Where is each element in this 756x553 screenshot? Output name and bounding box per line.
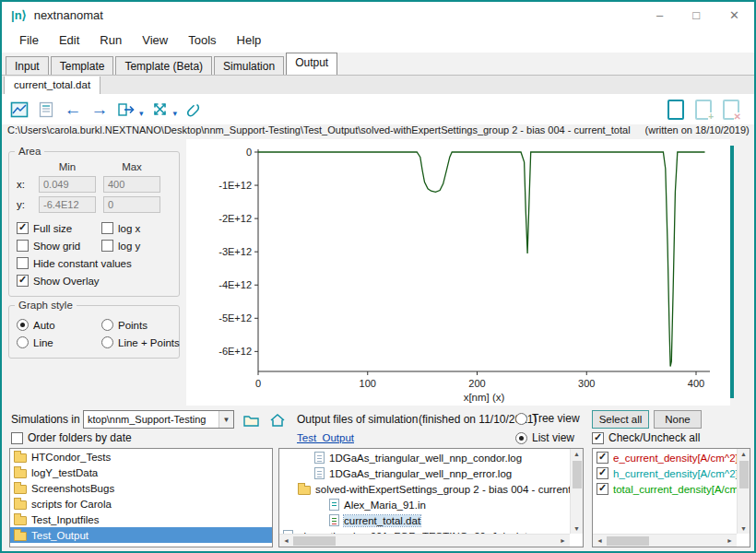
simulations-folder-select[interactable]: ktop\nnm_Support-Testing ▼ <box>83 410 234 429</box>
folder-item[interactable]: HTCondor_Tests <box>10 449 272 465</box>
vertical-scrollbar[interactable]: ▲▼ <box>737 449 750 534</box>
close-button[interactable]: ✕ <box>729 8 739 22</box>
log-x-checkbox[interactable] <box>101 222 113 234</box>
chart-canvas[interactable]: 0-1E+12-2E+12-3E+12-4E+12-5E+12-6E+12010… <box>186 139 730 406</box>
scroll-right-button[interactable]: ► <box>725 535 735 546</box>
show-overlay-checkbox[interactable] <box>17 275 29 287</box>
tree-item-input-file[interactable]: Alex_Maria_91.in <box>279 497 570 512</box>
tab-output[interactable]: Output <box>286 53 337 75</box>
vertical-scrollbar[interactable]: ▲▼ <box>570 449 583 534</box>
scroll-left-button[interactable]: ◄ <box>595 535 605 546</box>
forward-button[interactable]: → <box>88 98 112 122</box>
log-x-label: log x <box>118 223 140 234</box>
folder-item[interactable]: scripts for Carola <box>10 496 272 512</box>
none-button[interactable]: None <box>654 410 702 429</box>
show-grid-checkbox[interactable] <box>17 240 29 252</box>
horizontal-scrollbar[interactable]: ◄► <box>593 534 737 547</box>
splitter-handle[interactable] <box>730 146 734 398</box>
menu-help[interactable]: Help <box>227 29 272 51</box>
x-min-input[interactable] <box>39 176 96 193</box>
new-page-icon <box>667 100 684 120</box>
folder-item[interactable]: Test_Inputfiles <box>10 512 272 527</box>
points-radio[interactable] <box>101 319 113 331</box>
series-checkbox[interactable] <box>597 452 608 464</box>
folder-icon <box>14 469 27 478</box>
minimize-button[interactable]: – <box>656 8 663 22</box>
menu-edit[interactable]: Edit <box>49 29 89 51</box>
line-radio[interactable] <box>17 336 29 348</box>
browse-folder-button[interactable] <box>240 408 264 432</box>
folder-item[interactable]: ScreenshotsBugs <box>10 480 272 496</box>
scroll-down-button[interactable]: ▼ <box>572 524 582 534</box>
back-arrow-icon: ← <box>65 100 82 118</box>
folder-item[interactable]: logY_testData <box>10 465 272 480</box>
tab-simulation[interactable]: Simulation <box>214 56 284 75</box>
full-size-checkbox[interactable] <box>17 222 29 234</box>
svg-text:300: 300 <box>578 378 595 389</box>
tree-item-log[interactable]: 1DGaAs_triangular_well_nnp_condor.log <box>279 450 570 465</box>
hide-constant-values-label: Hide constant values <box>33 258 132 269</box>
series-item-total-current[interactable]: total_current_density[A/cm^2] <box>593 481 737 497</box>
hide-constant-values-checkbox[interactable] <box>17 257 29 269</box>
scroll-left-button[interactable]: ◄ <box>281 535 291 546</box>
series-item-e-current[interactable]: e_current_density[A/cm^2] <box>593 450 737 465</box>
back-button[interactable]: ← <box>61 98 85 122</box>
duplicate-view-button[interactable] <box>664 98 688 122</box>
scroll-thumb[interactable] <box>293 536 336 546</box>
line-points-radio[interactable] <box>101 336 113 348</box>
scroll-thumb[interactable] <box>573 461 582 488</box>
y-max-input[interactable] <box>103 196 160 213</box>
tree-view-radio[interactable] <box>515 413 527 425</box>
scroll-thumb[interactable] <box>607 536 649 546</box>
auto-radio[interactable] <box>17 319 29 331</box>
tree-item-selected-dat[interactable]: current_total.dat <box>279 512 570 528</box>
scroll-up-button[interactable]: ▲ <box>572 449 582 459</box>
fit-to-window-button[interactable] <box>148 98 172 122</box>
menu-run[interactable]: Run <box>89 29 132 51</box>
scroll-right-button[interactable]: ► <box>558 535 568 546</box>
document-tab-current-total[interactable]: current_total.dat <box>4 76 100 95</box>
text-view-button[interactable] <box>34 98 58 122</box>
export-dropdown-caret[interactable]: ▾ <box>139 109 144 118</box>
home-button[interactable] <box>266 408 289 432</box>
list-view-radio[interactable] <box>515 432 527 444</box>
home-icon <box>269 413 286 428</box>
graph-style-title: Graph style <box>15 300 77 311</box>
export-button[interactable] <box>114 98 138 122</box>
tree-item-folder[interactable]: solved-withExpertSettings_group 2 - bias… <box>279 481 570 497</box>
check-uncheck-all-checkbox[interactable] <box>592 432 604 444</box>
tab-input[interactable]: Input <box>6 56 49 75</box>
series-item-h-current[interactable]: h_current_density[A/cm^2] <box>593 465 737 481</box>
series-checkbox[interactable] <box>597 483 608 495</box>
attach-overlay-button[interactable] <box>182 98 206 122</box>
select-all-button[interactable]: Select all <box>592 410 649 429</box>
graph-view-button[interactable] <box>7 98 31 122</box>
test-output-link[interactable]: Test_Output <box>297 432 354 443</box>
maximize-button[interactable]: □ <box>692 8 700 22</box>
order-folders-checkbox[interactable] <box>11 432 23 444</box>
log-y-checkbox[interactable] <box>101 240 113 252</box>
folder-icon <box>14 500 27 510</box>
app-logo-icon: |n⟩ <box>11 8 27 22</box>
y-min-input[interactable] <box>39 196 96 213</box>
scroll-up-button[interactable]: ▲ <box>738 449 749 459</box>
menu-file[interactable]: File <box>9 29 49 51</box>
open-folder-icon <box>298 486 311 495</box>
scroll-thumb[interactable] <box>739 461 749 488</box>
menu-bar: File Edit Run View Tools Help <box>2 28 754 53</box>
tab-template-beta[interactable]: Template (Beta) <box>115 56 212 75</box>
x-max-input[interactable] <box>103 176 160 193</box>
combo-dropdown-caret[interactable]: ▼ <box>219 411 233 428</box>
expand-arrows-icon <box>151 100 169 118</box>
folder-icon <box>14 485 27 494</box>
menu-tools[interactable]: Tools <box>178 29 226 51</box>
series-checkbox[interactable] <box>597 467 608 479</box>
horizontal-scrollbar[interactable]: ◄► <box>279 534 570 547</box>
menu-view[interactable]: View <box>132 29 178 51</box>
tab-template[interactable]: Template <box>51 56 114 75</box>
folder-item-selected[interactable]: Test_Output <box>10 527 272 543</box>
tree-item-log[interactable]: 1DGaAs_triangular_well_nnp_error.log <box>279 465 570 481</box>
chart-icon <box>10 101 29 118</box>
fit-dropdown-caret[interactable]: ▾ <box>173 109 178 118</box>
scroll-down-button[interactable]: ▼ <box>738 524 749 534</box>
